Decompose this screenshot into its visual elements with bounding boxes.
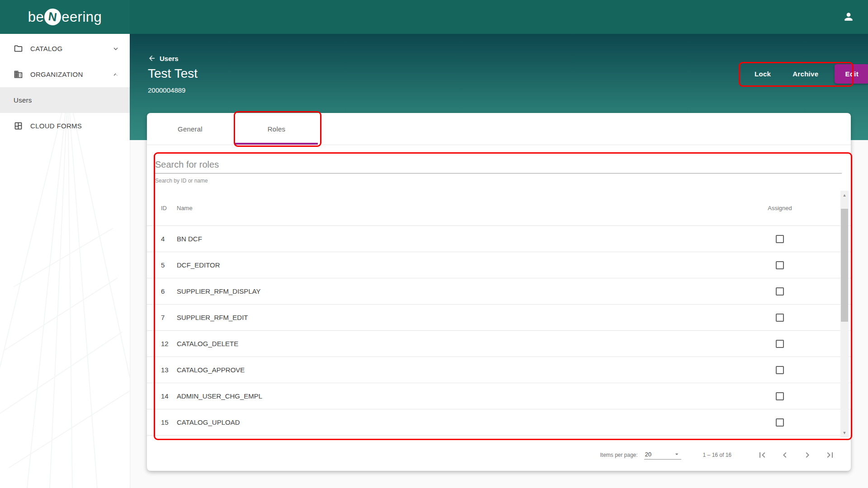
search-hint: Search by ID or name (155, 178, 842, 184)
assigned-checkbox[interactable] (776, 366, 784, 374)
sidebar-item-users[interactable]: Users (0, 87, 130, 113)
logo-area: be N eering (0, 0, 130, 34)
assigned-checkbox[interactable] (776, 340, 784, 348)
role-id: 14 (147, 392, 177, 400)
next-page-icon[interactable] (802, 450, 813, 460)
assigned-checkbox[interactable] (776, 261, 784, 269)
assigned-checkbox[interactable] (776, 287, 784, 296)
column-header-name: Name (177, 205, 737, 211)
items-per-page-value: 20 (645, 451, 673, 458)
tab-label: Roles (268, 125, 285, 133)
logo-suffix: eering (61, 9, 102, 25)
account-person-icon[interactable] (843, 11, 854, 23)
role-row: 15 CATALOG_UPLOAD (147, 409, 851, 436)
beneering-logo: be N eering (28, 9, 102, 25)
scrollbar-thumb[interactable] (841, 209, 848, 322)
lock-button[interactable]: Lock (744, 65, 782, 83)
assigned-checkbox[interactable] (776, 235, 784, 243)
user-id: 2000004889 (148, 86, 185, 94)
paginator: Items per page: 20 1 – 16 of 16 (147, 439, 851, 471)
sidebar-item-label: ORGANIZATION (30, 70, 83, 78)
beneering-admin-app: be N eering (0, 0, 868, 488)
role-row: 4 BN DCF (147, 226, 851, 252)
forms-grid-icon (14, 121, 23, 131)
roles-search-input[interactable] (155, 156, 842, 174)
chevron-up-icon (112, 70, 120, 79)
assigned-checkbox[interactable] (776, 392, 784, 400)
app-bar: be N eering (0, 0, 868, 34)
back-to-users-link[interactable]: Users (148, 54, 179, 62)
role-id: 6 (147, 287, 177, 295)
role-name: DCF_EDITOR (177, 261, 737, 269)
sidebar-item-label: Users (14, 96, 32, 104)
role-row: 12 CATALOG_DELETE (147, 331, 851, 357)
role-row: 13 CATALOG_APPROVE (147, 357, 851, 383)
page-title: Test Test (148, 66, 198, 81)
pagination-controls (757, 450, 835, 460)
role-name: SUPPLIER_RFM_DISPLAY (177, 287, 737, 295)
scroll-down-icon[interactable]: ▼ (840, 429, 849, 436)
roles-list-scrollbar[interactable]: ▲ ▼ (840, 191, 849, 437)
chevron-down-icon (112, 45, 120, 53)
table-header-row: ID Name Assigned (147, 191, 851, 226)
tab-label: General (178, 125, 203, 133)
role-id: 7 (147, 314, 177, 321)
tab-bar: General Roles (147, 113, 851, 145)
role-name: CATALOG_UPLOAD (177, 418, 737, 426)
role-name: CATALOG_APPROVE (177, 366, 737, 374)
page-range-label: 1 – 16 of 16 (703, 452, 731, 458)
tab-roles[interactable]: Roles (233, 113, 320, 145)
items-per-page-select[interactable]: 20 (644, 450, 681, 460)
roles-search-section: Search by ID or name (155, 156, 842, 184)
sidebar-item-organization[interactable]: ORGANIZATION (0, 61, 130, 87)
roles-table: ID Name Assigned 4 BN DCF 5 DCF_EDITOR 6… (147, 191, 851, 436)
header-actions: Lock Archive Edit (744, 64, 868, 84)
back-arrow-icon (148, 54, 156, 62)
role-row: 5 DCF_EDITOR (147, 252, 851, 278)
user-detail-card: General Roles Search by ID or name ID Na… (147, 113, 851, 471)
previous-page-icon[interactable] (779, 450, 790, 460)
sidebar-item-label: CLOUD FORMS (30, 122, 82, 130)
column-header-id: ID (147, 205, 177, 211)
building-icon (14, 70, 23, 79)
dropdown-arrow-icon (673, 450, 680, 458)
logo-n-circle-icon: N (43, 8, 62, 27)
role-row: 14 ADMIN_USER_CHG_EMPL (147, 383, 851, 409)
tab-general[interactable]: General (147, 113, 233, 145)
sidebar: CATALOG ORGANIZATION Users (0, 34, 130, 488)
role-name: CATALOG_DELETE (177, 340, 737, 347)
assigned-checkbox[interactable] (776, 418, 784, 427)
role-id: 5 (147, 261, 177, 269)
archive-button[interactable]: Archive (782, 65, 829, 83)
role-id: 15 (147, 418, 177, 426)
role-name: ADMIN_USER_CHG_EMPL (177, 392, 737, 400)
breadcrumb-label: Users (160, 55, 179, 62)
role-id: 12 (147, 340, 177, 347)
role-id: 13 (147, 366, 177, 374)
role-id: 4 (147, 235, 177, 243)
role-name: BN DCF (177, 235, 737, 243)
role-row: 7 SUPPLIER_RFM_EDIT (147, 305, 851, 331)
scroll-up-icon[interactable]: ▲ (840, 192, 849, 199)
first-page-icon[interactable] (757, 450, 768, 460)
role-row: 6 SUPPLIER_RFM_DISPLAY (147, 278, 851, 305)
sidebar-item-cloud-forms[interactable]: CLOUD FORMS (0, 113, 130, 139)
role-name: SUPPLIER_RFM_EDIT (177, 314, 737, 321)
sidebar-item-catalog[interactable]: CATALOG (0, 36, 130, 61)
folder-icon (14, 44, 23, 53)
items-per-page-label: Items per page: (600, 452, 637, 458)
column-header-assigned: Assigned (737, 205, 823, 211)
edit-button[interactable]: Edit (835, 64, 868, 84)
logo-prefix: be (28, 9, 44, 25)
sidebar-item-label: CATALOG (30, 45, 63, 52)
assigned-checkbox[interactable] (776, 314, 784, 322)
last-page-icon[interactable] (825, 450, 835, 460)
